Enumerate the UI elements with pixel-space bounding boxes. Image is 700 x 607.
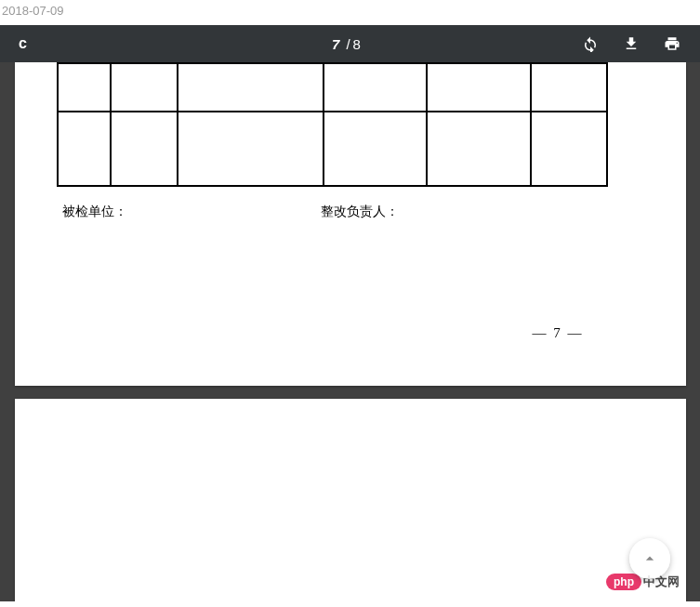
page-number-footer: — 7 — (533, 325, 584, 341)
inspection-table (57, 62, 608, 187)
viewer-toolbar: c 7/8 (0, 25, 700, 62)
document-page-8 (15, 399, 686, 601)
signature-labels: 被检单位： 整改负责人： (57, 204, 644, 220)
rotate-icon[interactable] (581, 34, 600, 53)
pages-scroll-area[interactable]: 被检单位： 整改负责人： — 7 — (0, 62, 700, 601)
current-page-number: 7 (332, 36, 339, 52)
table-cell (111, 112, 178, 186)
download-icon[interactable] (622, 34, 641, 53)
table-cell (178, 112, 323, 186)
table-cell (531, 112, 607, 186)
document-page-7: 被检单位： 整改负责人： — 7 — (15, 62, 686, 386)
table-cell (324, 63, 428, 112)
table-cell (324, 112, 428, 186)
php-logo: php (606, 574, 641, 590)
table-cell (427, 112, 531, 186)
pdf-viewer: c 7/8 (0, 25, 700, 601)
print-icon[interactable] (663, 34, 681, 53)
table-row (58, 112, 607, 186)
page-separator: / (346, 36, 350, 52)
table-cell (58, 63, 112, 112)
responsible-person-label: 整改负责人： (321, 204, 399, 220)
table-cell (178, 63, 323, 112)
document-title: c (19, 35, 112, 52)
table-cell (531, 63, 607, 112)
inspected-unit-label: 被检单位： (62, 204, 127, 220)
table-cell (427, 63, 531, 112)
toolbar-actions (581, 34, 681, 53)
arrow-up-icon (641, 549, 659, 568)
table-cell (58, 112, 112, 186)
table-cell (111, 63, 178, 112)
page-date: 2018-07-09 (0, 0, 700, 25)
table-row (58, 63, 607, 112)
page-indicator: 7/8 (112, 36, 581, 52)
total-pages: 8 (353, 36, 361, 52)
scroll-to-top-button[interactable] (629, 538, 670, 579)
